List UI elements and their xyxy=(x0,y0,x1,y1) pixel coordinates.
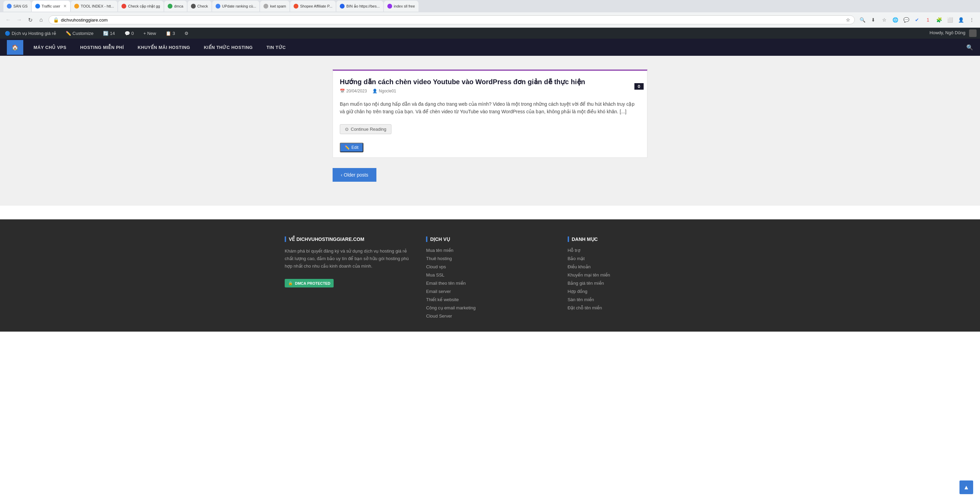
tab-close-icon[interactable]: ✕ xyxy=(63,4,67,8)
footer-link-bang-gia-ten-mien[interactable]: Bảng giá tên miền xyxy=(568,280,695,286)
home-button[interactable]: ⌂ xyxy=(36,15,46,25)
download-icon[interactable]: ⬇ xyxy=(869,15,878,25)
extension-icon-3[interactable]: ✔ xyxy=(912,15,922,25)
article-title: Hướng dẫn cách chèn video Youtube vào Wo… xyxy=(340,78,640,86)
footer-link-email-ten-mien[interactable]: Email theo tên miền xyxy=(426,280,554,286)
tab-dmca[interactable]: dmca xyxy=(164,1,187,12)
footer: VỀ DICHVUHOSTINGGIARE.COM Khám phá bí qu… xyxy=(0,219,980,332)
reload-button[interactable]: ↻ xyxy=(25,15,35,25)
wp-updates-item[interactable]: 🔄 14 xyxy=(102,31,116,36)
browser-toolbar-icons: 🔍 ⬇ ☆ 🌐 💬 ✔ 1 🧩 ⬜ 👤 ⋮ xyxy=(858,15,977,25)
lock-icon: 🔒 xyxy=(288,281,293,285)
dmca-badge[interactable]: 🔒 DMCA PROTECTED xyxy=(285,279,334,288)
wp-comments-item[interactable]: 💬 0 xyxy=(123,31,135,36)
wp-settings-item[interactable]: ⚙ xyxy=(183,31,190,36)
tab-traffic-user[interactable]: Traffic user ✕ xyxy=(32,1,70,12)
lock-icon: 🔒 xyxy=(53,17,59,22)
edit-button[interactable]: ✏️ Edit xyxy=(340,143,363,152)
wp-customize-item[interactable]: ✏️ Customize xyxy=(64,31,95,36)
nav-search-icon[interactable]: 🔍 xyxy=(966,44,973,51)
nav-buttons: ← → ↻ ⌂ xyxy=(3,15,46,25)
forward-button[interactable]: → xyxy=(14,15,24,25)
edit-icon: ✏️ xyxy=(66,31,71,36)
tab-check-capnhat[interactable]: Check cập nhật gg xyxy=(118,1,164,12)
wp-avatar[interactable] xyxy=(969,29,977,37)
tab-index-sll[interactable]: index sll free xyxy=(384,1,418,12)
tab-san-gs[interactable]: SÀN GS xyxy=(3,1,31,12)
footer-link-cloud-server[interactable]: Cloud Server xyxy=(426,313,554,319)
footer-link-mua-ssl[interactable]: Mua SSL xyxy=(426,272,554,278)
article-author: 👤 Ngocle01 xyxy=(372,89,396,94)
article-body: Bạn muốn tạo nội dung hấp dẫn và đa dạng… xyxy=(333,97,647,119)
zoom-icon[interactable]: 🔍 xyxy=(858,15,867,25)
content-area: Hướng dẫn cách chèn video Youtube vào Wo… xyxy=(326,63,654,199)
wp-plugins-item[interactable]: 📋 3 xyxy=(164,31,176,36)
footer-link-email-server[interactable]: Email server xyxy=(426,288,554,294)
nav-items: MÁY CHỦ VPS HOSTING MIỄN PHÍ KHUYẾN MÃI … xyxy=(27,39,293,56)
nav-home-button[interactable]: 🏠 xyxy=(7,40,23,55)
footer-services-title: DỊCH VỤ xyxy=(426,237,554,242)
profile-icon[interactable]: 👤 xyxy=(956,15,966,25)
bookmark-icon[interactable]: ☆ xyxy=(846,17,850,22)
footer-link-thiet-ke-website[interactable]: Thiết kế website xyxy=(426,297,554,302)
url-input[interactable]: dichvuhostinggiare.com xyxy=(61,17,844,22)
footer-link-dieu-khoan[interactable]: Điều khoản xyxy=(568,264,695,269)
circle-icon: ⊙ xyxy=(345,127,349,132)
extension-icon-2[interactable]: 💬 xyxy=(901,15,911,25)
nav-item-khuyen-mai[interactable]: KHUYẾN MÃI HOSTING xyxy=(131,39,197,56)
tablet-icon[interactable]: ⬜ xyxy=(945,15,955,25)
footer-link-mua-ten-mien[interactable]: Mua tên miền xyxy=(426,247,554,253)
article-card: Hướng dẫn cách chèn video Youtube vào Wo… xyxy=(332,70,648,158)
edit-pencil-icon: ✏️ xyxy=(345,145,350,150)
wp-howdy: Howdy, Ngô Dũng xyxy=(930,29,977,37)
browser-toolbar: ← → ↻ ⌂ 🔒 dichvuhostinggiare.com ☆ 🔍 ⬇ ☆… xyxy=(0,12,980,27)
wp-new-item[interactable]: + New xyxy=(142,31,158,36)
pagination: ‹ Older posts xyxy=(332,168,648,182)
footer-link-bao-mat[interactable]: Bảo mật xyxy=(568,256,695,261)
menu-icon[interactable]: ⋮ xyxy=(967,15,977,25)
older-posts-button[interactable]: ‹ Older posts xyxy=(332,168,376,182)
comments-icon: 💬 xyxy=(124,31,130,36)
tab-bin[interactable]: BIN ảo https://bes... xyxy=(336,1,383,12)
tab-tool-index[interactable]: TOOL INDEX - htt... xyxy=(71,1,118,12)
tab-kwt-spam[interactable]: kwt spam xyxy=(260,1,289,12)
nav-item-tin-tuc[interactable]: TIN TỨC xyxy=(260,39,293,56)
footer-services-links: Mua tên miền Thuê hosting Cloud vps Mua … xyxy=(426,247,554,319)
tab-update-ranking[interactable]: UPdate ranking cù... xyxy=(212,1,260,12)
footer-link-cong-cu-email[interactable]: Công cụ email marketing xyxy=(426,305,554,310)
footer-link-khuyen-mai-ten-mien[interactable]: Khuyến mại tên miền xyxy=(568,272,695,278)
extension-icon-4[interactable]: 1 xyxy=(923,15,933,25)
footer-services-section: DỊCH VỤ Mua tên miền Thuê hosting Cloud … xyxy=(426,237,554,321)
address-bar[interactable]: 🔒 dichvuhostinggiare.com ☆ xyxy=(49,15,855,24)
tab-check[interactable]: Check xyxy=(188,1,212,12)
continue-reading-button[interactable]: ⊙ Continue Reading xyxy=(340,124,391,134)
main-nav: 🏠 MÁY CHỦ VPS HOSTING MIỄN PHÍ KHUYẾN MÃ… xyxy=(0,39,980,56)
extension-icon-5[interactable]: 🧩 xyxy=(934,15,944,25)
footer-categories-links: Hỗ trợ Bảo mật Điều khoản Khuyến mại tên… xyxy=(568,247,695,310)
wp-logo-item[interactable]: 🔵 Dịch vụ Hosting giá rẻ xyxy=(3,31,57,36)
footer-link-dat-cho-ten-mien[interactable]: Đặt chỗ tên miền xyxy=(568,305,695,310)
star-icon[interactable]: ☆ xyxy=(880,15,889,25)
browser-chrome: SÀN GS Traffic user ✕ TOOL INDEX - htt..… xyxy=(0,0,980,28)
footer-link-ho-tro[interactable]: Hỗ trợ xyxy=(568,247,695,253)
wp-admin-bar: 🔵 Dịch vụ Hosting giá rẻ ✏️ Customize 🔄 … xyxy=(0,28,980,39)
footer-link-thue-hosting[interactable]: Thuê hosting xyxy=(426,256,554,261)
footer-about-title: VỀ DICHVUHOSTINGGIARE.COM xyxy=(285,237,412,242)
footer-link-hop-dong[interactable]: Hợp đồng xyxy=(568,288,695,294)
footer-link-cloud-vps[interactable]: Cloud vps xyxy=(426,264,554,269)
back-button[interactable]: ← xyxy=(3,15,13,25)
plugins-icon: 📋 xyxy=(165,31,171,36)
article-date: 📅 20/04/2023 xyxy=(340,89,367,94)
nav-item-may-chu-vps[interactable]: MÁY CHỦ VPS xyxy=(27,39,73,56)
comment-count-badge: 0 xyxy=(635,83,644,90)
footer-categories-title: DANH MỤC xyxy=(568,237,695,242)
nav-item-hosting-mien-phi[interactable]: HOSTING MIỄN PHÍ xyxy=(73,39,131,56)
tab-shopee[interactable]: Shopee Affiliate P... xyxy=(290,1,336,12)
article-header: Hướng dẫn cách chèn video Youtube vào Wo… xyxy=(333,71,647,97)
updates-icon: 🔄 xyxy=(103,31,108,36)
footer-categories-section: DANH MỤC Hỗ trợ Bảo mật Điều khoản Khuyế… xyxy=(568,237,695,321)
extension-icon-1[interactable]: 🌐 xyxy=(890,15,900,25)
footer-link-san-ten-mien[interactable]: Sàn tên miền xyxy=(568,297,695,302)
nav-item-kien-thuc[interactable]: KIẾN THỨC HOSTING xyxy=(197,39,260,56)
user-icon: 👤 xyxy=(372,89,377,94)
